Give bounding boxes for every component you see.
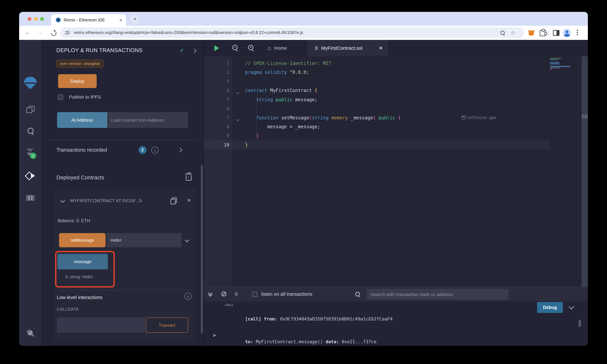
code-line[interactable]: 5 string public message; — [204, 95, 588, 104]
code-line[interactable]: 2pragma solidity ^0.8.0; — [204, 68, 588, 77]
line-number[interactable]: 2 — [204, 68, 233, 77]
site-settings-icon[interactable] — [65, 31, 70, 35]
line-number[interactable]: 1 — [204, 59, 233, 68]
line-number[interactable]: 10 — [204, 140, 233, 149]
terminal-scroll-pill[interactable] — [579, 320, 581, 327]
terminal-search-input[interactable] — [367, 289, 508, 300]
log-expand-icon[interactable] — [568, 304, 574, 310]
fold-chevron-icon[interactable] — [237, 89, 239, 95]
listen-all-label[interactable]: listen on all transactions — [261, 291, 312, 297]
publish-ipfs-label[interactable]: Publish to IPFS — [69, 94, 101, 100]
code-line[interactable]: 6 — [204, 104, 588, 113]
new-tab-button[interactable]: + — [131, 15, 139, 23]
traffic-minimize-button[interactable] — [34, 17, 38, 21]
terminal-log[interactable]: [call] from: 0x9Cf934043aD350758391b0D01… — [245, 300, 393, 346]
deployed-contracts-label: Deployed Contracts — [56, 174, 104, 181]
compile-success-badge: ✓ — [30, 153, 36, 159]
minimap-line — [550, 59, 558, 60]
zoom-page-icon[interactable] — [501, 31, 505, 35]
solidity-file-icon: S — [315, 46, 318, 51]
sidebar-item-debugger[interactable] — [19, 194, 41, 201]
traffic-close-button[interactable] — [28, 17, 31, 21]
editor-scrollbar-thumb[interactable] — [581, 114, 588, 118]
code-line[interactable]: 9 } — [204, 131, 588, 140]
at-address-input[interactable] — [107, 112, 188, 128]
line-number[interactable]: 9 — [204, 131, 233, 140]
back-icon[interactable]: ← — [25, 30, 31, 36]
publish-ipfs-checkbox[interactable] — [58, 95, 63, 100]
contract-name[interactable]: MYFIRSTCONTRACT AT 0X10F...5 — [70, 198, 142, 203]
sidebar-item-plugin-manager[interactable] — [19, 328, 41, 338]
zoom-out-icon[interactable]: − — [232, 45, 238, 50]
code-line[interactable]: 10} — [204, 140, 588, 149]
sidepanel-icon[interactable] — [553, 30, 559, 36]
tab-home[interactable]: ⌂ Home — [260, 40, 309, 56]
set-message-input[interactable] — [106, 233, 182, 247]
contract-balance: Balance: 0. ETH — [58, 218, 90, 223]
current-line-highlight — [233, 140, 550, 149]
transactions-info-icon[interactable]: i — [151, 147, 158, 154]
transact-button[interactable]: Transact — [146, 317, 188, 333]
panel-collapse-icon[interactable] — [192, 49, 197, 53]
panel-scrollbar-thumb[interactable] — [201, 165, 203, 333]
calldata-input[interactable] — [57, 317, 145, 333]
line-number[interactable]: 4 — [204, 86, 233, 95]
line-number[interactable]: 6 — [204, 104, 233, 113]
url-text[interactable]: remix.ethereum.org/#lang=en&optimize=fal… — [74, 30, 303, 35]
sidebar-item-deploy-and-run[interactable] — [19, 172, 41, 180]
code-line[interactable]: 3 — [204, 77, 588, 86]
line-number[interactable]: 5 — [204, 95, 233, 104]
line-number[interactable]: 3 — [204, 77, 233, 86]
panel-divider — [47, 140, 198, 140]
contract-collapse-icon[interactable] — [60, 198, 65, 203]
clear-contracts-trash-icon[interactable] — [186, 175, 192, 181]
bookmark-star-icon[interactable]: ☆ — [511, 30, 515, 36]
terminal-prompt[interactable]: > — [213, 332, 216, 338]
code-line[interactable]: 8 message = _message; — [204, 122, 588, 131]
editor-scrollbar[interactable] — [581, 56, 588, 287]
forward-icon[interactable]: → — [37, 30, 43, 36]
at-address-button[interactable]: At Address — [57, 112, 107, 128]
listen-all-checkbox[interactable] — [252, 292, 257, 297]
code-text: function setMessage(string memory _messa… — [233, 115, 401, 120]
tab-close-icon[interactable]: × — [119, 17, 122, 23]
transactions-expand-icon[interactable] — [178, 148, 183, 152]
code-line[interactable]: 4contract MyFirstContract { — [204, 86, 588, 95]
clear-terminal-icon[interactable] — [221, 291, 226, 296]
line-number[interactable]: 8 — [204, 122, 233, 131]
collapse-terminal-icon[interactable] — [209, 291, 212, 296]
browser-tab[interactable]: Remix - Ethereum IDE × — [51, 14, 126, 26]
fold-chevron-icon[interactable] — [237, 116, 239, 122]
extensions-puzzle-icon[interactable] — [540, 30, 546, 36]
metamask-extension-icon[interactable] — [528, 30, 534, 36]
set-message-button[interactable]: setMessage — [59, 233, 106, 247]
message-button[interactable]: message — [57, 254, 108, 269]
sidebar-item-search[interactable] — [19, 128, 41, 134]
reload-icon[interactable] — [50, 29, 58, 37]
code-line[interactable]: 7 function setMessage(string memory _mes… — [204, 113, 588, 122]
sidebar-item-file-explorer[interactable] — [19, 106, 41, 113]
sidebar-item-solidity-compiler[interactable]: ✓ — [19, 149, 41, 157]
editor-minimap[interactable] — [550, 58, 581, 72]
profile-avatar[interactable] — [563, 29, 571, 37]
terminal: 0 listen on all transactions CALL [call]… — [204, 287, 588, 346]
run-script-icon[interactable] — [214, 45, 222, 51]
deploy-button[interactable]: Deploy — [58, 74, 97, 88]
address-bar[interactable]: remix.ethereum.org/#lang=en&optimize=fal… — [60, 27, 524, 38]
tab-myfirstcontract[interactable]: S MyFirstContract.sol × — [307, 40, 388, 56]
browser-window: Remix - Ethereum IDE × + ← → remix.ether… — [19, 12, 588, 346]
code-line[interactable]: 1// SPDX-License-Identifier: MIT — [204, 59, 588, 68]
zoom-in-icon[interactable]: + — [248, 45, 253, 50]
editor-tabbar: − + ⌂ Home S MyFirstContract.sol × — [204, 40, 588, 56]
close-file-icon[interactable]: × — [379, 45, 382, 51]
code-editor[interactable]: 1// SPDX-License-Identifier: MIT2pragma … — [204, 56, 588, 287]
debug-button[interactable]: Debug — [537, 302, 563, 313]
line-number[interactable]: 7 — [204, 113, 233, 122]
remove-contract-icon[interactable]: × — [187, 197, 191, 204]
low-level-info-icon[interactable]: i — [185, 293, 191, 300]
copy-address-icon[interactable] — [171, 197, 176, 204]
remix-logo[interactable] — [19, 77, 41, 89]
set-message-expand-icon[interactable] — [185, 238, 189, 242]
browser-menu-icon[interactable] — [577, 30, 578, 31]
traffic-zoom-button[interactable] — [40, 17, 44, 21]
